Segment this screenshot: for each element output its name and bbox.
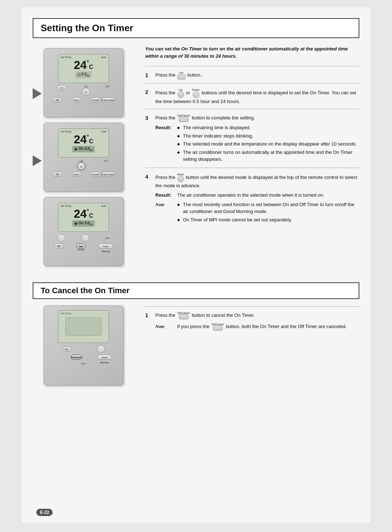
cancel-step-1: 1 Press the Set/Cancel button to cancel … xyxy=(145,306,359,334)
cancel-note-text-after: button, both the On Timer and the Off Ti… xyxy=(226,324,347,329)
step-1-text-after: button . xyxy=(187,72,203,78)
cancel-step-1-text: Press the Set/Cancel button to cancel th… xyxy=(155,312,359,319)
page-number: E-22 xyxy=(36,509,53,516)
step-4-result: Result: The air conditioner operates in … xyxy=(155,192,359,199)
step-4-content: Press the Mode button until the desired … xyxy=(155,173,359,225)
step-4: 4 Press the Mode button until the desire… xyxy=(145,168,359,228)
step-4-note: Note The most recently used function is … xyxy=(155,201,359,225)
title-bar: Setting the On Timer xyxy=(33,18,359,38)
left-column: Set Temp. Auto 24°C 0.5hr On xyxy=(33,38,134,271)
step-4-result-text: The air conditioner operates in the sele… xyxy=(177,192,324,199)
page: Setting the On Timer Set Temp. Auto 24°C xyxy=(22,7,370,523)
note-label-4: Note xyxy=(155,201,174,208)
step-1-button-inline: On xyxy=(177,71,185,79)
cancel-step-1-content: Press the Set/Cancel button to cancel th… xyxy=(155,312,359,331)
cancel-title-bar: To Cancel the On Timer xyxy=(33,282,359,299)
bullet-3-1: The remaining time is displayed. xyxy=(177,124,359,131)
step-1: 1 Press the On button . xyxy=(145,66,359,83)
result-label-4: Result: xyxy=(155,192,174,199)
step-3-result: Result: The remaining time is displayed.… xyxy=(155,124,359,164)
cancel-left-col: Set Temp. On xyxy=(33,299,134,391)
result-label-3: Result: xyxy=(155,124,174,164)
cancel-note: Note If you press the Set/Cancel button,… xyxy=(155,323,359,331)
step-4-note-content: The most recently used function is set b… xyxy=(177,201,359,225)
remote-image-2: Set Temp. Auto 24°C On 3.0hr Up xyxy=(36,123,131,192)
intro-text: You can set the On Timer to turn on the … xyxy=(145,45,359,60)
note-bullet-4-2: On Timer of MPI mode cannot be set out s… xyxy=(177,216,359,224)
step-2-text: Press the xyxy=(155,90,177,95)
cancel-note-label: Note xyxy=(155,323,174,330)
cancel-title: To Cancel the On Timer xyxy=(41,286,351,295)
cancel-section: To Cancel the On Timer Set Temp. xyxy=(22,282,370,391)
bullet-3-3: The selected mode and the temperature on… xyxy=(177,140,359,148)
remote-image-1: Set Temp. Auto 24°C 0.5hr On xyxy=(36,48,131,117)
page-number-text: E-22 xyxy=(40,510,49,515)
step-4-number: 4 xyxy=(145,173,152,180)
cancel-content: Set Temp. On xyxy=(33,299,359,391)
bullet-3-4: The air conditioner turns on automatical… xyxy=(177,149,359,163)
step-1-content: Press the On button . xyxy=(155,71,359,79)
remote-image-4: Set Temp. On xyxy=(36,306,131,385)
step-3: 3 Press the Set/Cancel button to complet… xyxy=(145,109,359,168)
bullet-3-2: The timer indicator stops blinking. xyxy=(177,132,359,140)
step-2: 2 Press the Up or Down buttons until the… xyxy=(145,83,359,109)
step-3-number: 3 xyxy=(145,115,152,121)
step-2-number: 2 xyxy=(145,89,152,95)
step-3-text: Press the Set/Cancel button to complete … xyxy=(155,114,359,122)
cancel-note-text: If you press the xyxy=(177,324,211,329)
page-title: Setting the On Timer xyxy=(41,22,351,34)
note-bullet-4-1: The most recently used function is set b… xyxy=(177,201,359,215)
cancel-step-1-number: 1 xyxy=(145,312,152,318)
step-2-or: or xyxy=(186,90,191,95)
step-1-text-before: Press the xyxy=(155,72,177,78)
step-3-bullets: The remaining time is displayed. The tim… xyxy=(177,124,359,164)
right-column: You can set the On Timer to turn on the … xyxy=(134,38,359,271)
step-2-btn1-inline: Up xyxy=(177,89,184,98)
step-2-text-after: buttons until the desired time is displa… xyxy=(155,90,356,104)
cancel-note-content: If you press the Set/Cancel button, both… xyxy=(177,323,359,331)
step-3-content: Press the Set/Cancel button to complete … xyxy=(155,114,359,164)
remote-image-3: Set Temp. Auto 24°C On 3.0hr MPI xyxy=(36,197,131,266)
main-content: Set Temp. Auto 24°C 0.5hr On xyxy=(33,38,359,271)
step-1-number: 1 xyxy=(145,72,152,78)
step-2-btn2-inline: Down xyxy=(192,89,199,98)
cancel-right-col: 1 Press the Set/Cancel button to cancel … xyxy=(134,299,359,391)
step-2-content: Press the Up or Down buttons until the d… xyxy=(155,89,359,105)
step-4-text: Press the Mode button until the desired … xyxy=(155,173,359,189)
